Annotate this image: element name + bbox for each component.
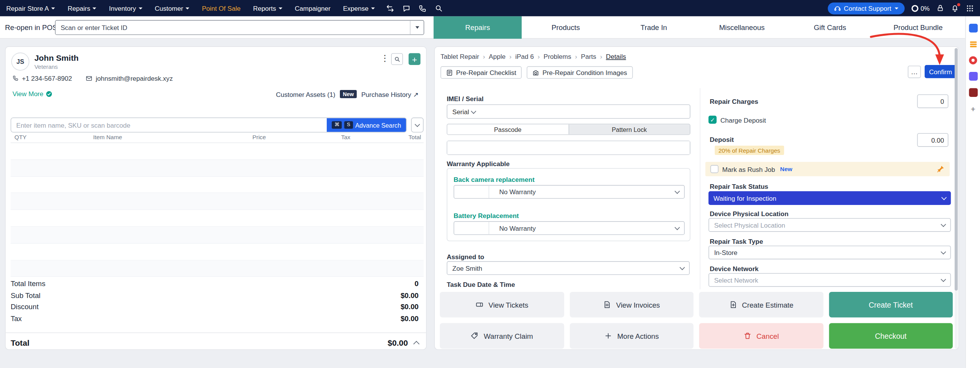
tab-repairs[interactable]: Repairs: [434, 16, 522, 39]
repair-charges-input[interactable]: [917, 94, 948, 108]
apps-grid-icon[interactable]: [966, 4, 974, 12]
passcode-tabs: Passcode Pattern Lock: [447, 124, 690, 135]
device-network-select[interactable]: Select Network: [709, 273, 951, 287]
device-location-select[interactable]: Select Physical Location: [709, 218, 951, 232]
cancel-button[interactable]: Cancel: [699, 323, 823, 349]
breadcrumb-item[interactable]: iPad 6: [515, 53, 534, 60]
deposit-input[interactable]: [917, 133, 948, 147]
checkout-button[interactable]: Checkout: [829, 323, 953, 349]
rush-new-badge: New: [780, 166, 792, 173]
tab-pattern-lock[interactable]: Pattern Lock: [568, 124, 690, 134]
repair-detail-panel: Tablet Repair› Apple› iPad 6› Problems› …: [434, 46, 959, 350]
customer-email-value: johnsmith@repairdesk.xyz: [96, 74, 173, 82]
nav-customer[interactable]: Customer: [148, 4, 196, 12]
action-label: Warranty Claim: [484, 332, 533, 340]
warranty-select-battery[interactable]: No Warranty: [454, 221, 685, 235]
customer-phone: +1 234-567-8902: [13, 74, 72, 82]
scrollbar[interactable]: [955, 48, 958, 349]
warranty-item-battery[interactable]: Battery Replacement: [454, 212, 519, 220]
search-icon[interactable]: [435, 4, 443, 12]
warranty-select-left-segment: [459, 186, 489, 198]
sync-icon[interactable]: [386, 4, 394, 12]
ticket-search-input[interactable]: [56, 21, 410, 35]
nav-inventory[interactable]: Inventory: [103, 4, 148, 12]
sidebar-app-maroon-icon[interactable]: [969, 88, 978, 97]
ticket-search-dropdown[interactable]: [410, 21, 424, 35]
pin-icon[interactable]: [937, 165, 945, 173]
customer-cart-panel: JS John Smith Veterans ⋮ + +1 234-567-89…: [5, 46, 427, 350]
nav-quick-icons: [386, 4, 443, 12]
nav-reports[interactable]: Reports: [247, 4, 288, 12]
summary-label: Total Items: [11, 280, 45, 288]
chevron-down-icon: [52, 8, 55, 10]
passcode-input[interactable]: [448, 141, 690, 154]
collapse-icon[interactable]: [413, 341, 419, 347]
customer-assets-link[interactable]: Customer Assets (1): [276, 90, 336, 98]
sidebar-app-orange-icon[interactable]: [969, 40, 978, 49]
breadcrumb-item[interactable]: Parts: [581, 53, 596, 60]
sidebar-app-red-icon[interactable]: [969, 56, 977, 64]
nav-repairs[interactable]: Repairs: [62, 4, 103, 12]
breadcrumb-item[interactable]: Tablet Repair: [441, 53, 479, 60]
scrollbar-thumb[interactable]: [955, 48, 958, 291]
nav-expense[interactable]: Expense: [337, 4, 381, 12]
phone-icon[interactable]: [419, 4, 427, 12]
plus-icon: [604, 332, 612, 340]
breadcrumb-item-current[interactable]: Details: [606, 53, 626, 60]
check-circle-icon: [46, 90, 53, 97]
chat-icon[interactable]: [402, 4, 410, 12]
warranty-value: No Warranty: [493, 224, 536, 232]
sidebar-app-blue-icon[interactable]: [969, 24, 978, 33]
advance-search-button[interactable]: ⌘ S Advance Search: [327, 118, 406, 132]
pre-repair-checklist-button[interactable]: Pre-Repair Checklist: [441, 66, 522, 79]
kebab-menu-icon[interactable]: ⋮: [381, 53, 387, 63]
chevron-down-icon: [941, 195, 947, 200]
chevron-down-icon: [138, 8, 142, 10]
bell-icon[interactable]: [951, 4, 959, 12]
imei-serial-label: IMEI / Serial: [447, 95, 484, 103]
warranty-claim-button[interactable]: Warranty Claim: [440, 323, 564, 349]
breadcrumb-item[interactable]: Apple: [489, 53, 506, 60]
lock-icon[interactable]: [937, 4, 944, 12]
contact-support-button[interactable]: Contact Support: [828, 2, 905, 14]
create-ticket-button[interactable]: Create Ticket: [829, 292, 953, 318]
breadcrumb-item[interactable]: Problems: [544, 53, 571, 60]
nav-campaigner[interactable]: Campaigner: [288, 4, 336, 12]
view-invoices-button[interactable]: View Invoices: [569, 292, 694, 318]
sidebar-app-purple-icon[interactable]: [969, 72, 978, 81]
item-search-dropdown[interactable]: [411, 118, 424, 133]
assigned-to-select[interactable]: Zoe Smith: [447, 261, 690, 275]
tab-miscellaneous[interactable]: Miscellaneous: [698, 16, 786, 39]
add-customer-button[interactable]: +: [409, 53, 421, 65]
chevron-right-icon: ›: [483, 53, 485, 60]
task-type-select[interactable]: In-Store: [709, 246, 951, 260]
item-search-input[interactable]: [11, 118, 327, 132]
serial-type-select[interactable]: Serial: [448, 108, 479, 115]
confirm-button[interactable]: Confirm: [925, 65, 956, 78]
tab-trade-in[interactable]: Trade In: [610, 16, 698, 39]
tab-label: Trade In: [641, 24, 667, 32]
nav-point-of-sale[interactable]: Point Of Sale: [196, 4, 247, 12]
new-badge: New: [340, 90, 357, 98]
tab-products[interactable]: Products: [522, 16, 610, 39]
purchase-history-link[interactable]: Purchase History↗: [361, 90, 419, 98]
task-status-select[interactable]: Waiting for Inspection: [709, 191, 951, 205]
view-more-link[interactable]: View More: [13, 90, 53, 98]
tab-gift-cards[interactable]: Gift Cards: [786, 16, 874, 39]
pos-tabs: Repairs Products Trade In Miscellaneous …: [434, 16, 962, 39]
warranty-select-back-camera[interactable]: No Warranty: [454, 185, 685, 199]
imei-serial-input[interactable]: [479, 108, 690, 115]
view-tickets-button[interactable]: View Tickets: [440, 292, 564, 318]
nav-repair-store[interactable]: Repair Store A: [5, 4, 62, 12]
sidebar-add-icon[interactable]: +: [969, 104, 978, 113]
charge-deposit-checkbox[interactable]: ✓ Charge Deposit: [709, 116, 766, 124]
rush-job-checkbox[interactable]: [710, 165, 719, 173]
customer-search-button[interactable]: [391, 53, 403, 65]
tab-product-bundle[interactable]: Product Bundle: [874, 16, 962, 39]
warranty-item-back-camera[interactable]: Back camera replacement: [454, 176, 535, 183]
more-actions-button[interactable]: More Actions: [569, 323, 694, 349]
more-options-button[interactable]: …: [908, 66, 921, 78]
create-estimate-button[interactable]: Create Estimate: [699, 292, 823, 318]
tab-passcode[interactable]: Passcode: [448, 124, 568, 134]
pre-repair-images-button[interactable]: Pre-Repair Condition Images: [527, 66, 632, 79]
